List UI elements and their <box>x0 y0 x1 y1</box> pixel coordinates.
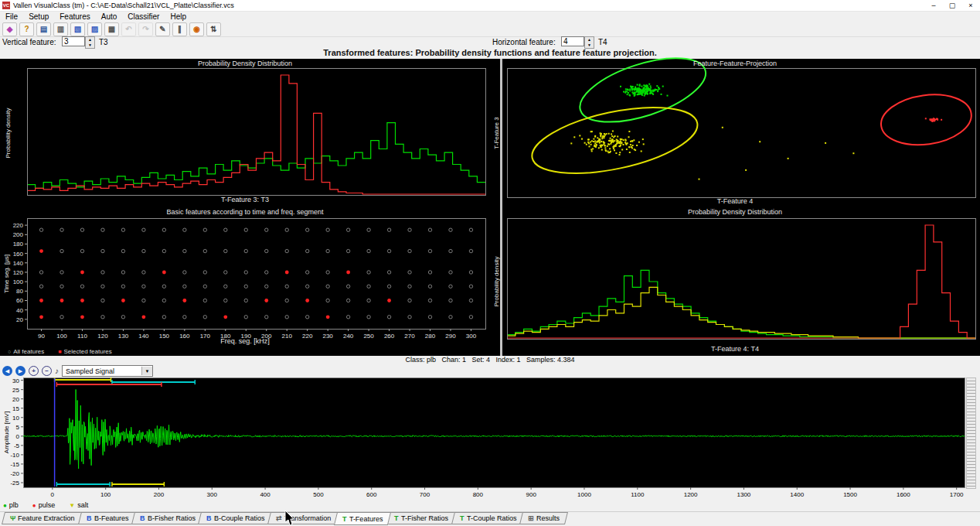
window-layout-icon[interactable]: ▦ <box>104 22 119 36</box>
window-title: Vallen VisualClass (tm) - C:\AE-Data\Sch… <box>13 2 234 9</box>
spin-up-icon[interactable]: ▲ <box>585 37 594 43</box>
print-icon[interactable]: ▥ <box>53 22 68 36</box>
svg-text:140: 140 <box>13 260 24 267</box>
ffp-xlabel: T-Feature 4 <box>490 197 980 205</box>
tab-t-features[interactable]: TT-Features <box>334 512 391 525</box>
legend-marker-icon: ▼ <box>69 502 75 509</box>
tab-results[interactable]: ⊞Results <box>519 512 568 524</box>
classifier-run-icon[interactable]: ◉ <box>189 22 204 36</box>
svg-text:200: 200 <box>154 491 165 498</box>
svg-text:10: 10 <box>12 415 19 422</box>
horizontal-feature-input[interactable] <box>561 36 584 46</box>
sample-status-line: Class: plb Chan: 1 Set: 4 Index: 1 Sampl… <box>0 356 980 365</box>
app-window: VC Vallen VisualClass (tm) - C:\AE-Data\… <box>0 0 980 526</box>
app-icon: VC <box>2 2 10 9</box>
svg-text:120: 120 <box>13 269 24 276</box>
tab-b-features[interactable]: BB-Features <box>78 512 137 524</box>
svg-text:220: 220 <box>13 222 24 229</box>
pdf-t3-plot[interactable] <box>0 59 490 207</box>
svg-text:-10: -10 <box>10 452 19 459</box>
chevron-down-icon[interactable]: ▼ <box>141 367 152 375</box>
mouse-cursor <box>284 511 295 526</box>
svg-text:1100: 1100 <box>631 491 645 498</box>
minimize-button[interactable]: – <box>924 0 943 11</box>
svg-text:80: 80 <box>16 288 23 295</box>
panel-splitter[interactable] <box>500 59 502 356</box>
svg-text:25: 25 <box>12 387 19 394</box>
tab-icon: T <box>394 514 399 522</box>
zoom-in-icon[interactable]: + <box>29 366 39 376</box>
segment-grid-plot[interactable]: 9010011012013014015016017018019020021022… <box>0 207 490 356</box>
zoom-out-icon[interactable]: − <box>42 366 52 376</box>
speaker-icon[interactable]: ♪ <box>55 367 59 375</box>
legend-item: ●pulse <box>32 501 55 509</box>
svg-text:30: 30 <box>12 377 19 384</box>
menu-item[interactable]: Help <box>165 12 192 21</box>
tab-feature-extraction[interactable]: ΨFeature Extraction <box>2 512 83 524</box>
menu-item[interactable]: Setup <box>23 12 54 21</box>
horizontal-feature-name: T4 <box>598 38 607 46</box>
close-button[interactable]: × <box>961 0 980 11</box>
ffp-plot[interactable] <box>490 59 980 207</box>
waveform-scrollbar[interactable] <box>966 377 976 489</box>
chart-preview-2-icon[interactable]: ▨ <box>87 22 102 36</box>
tab-icon: T <box>342 515 347 523</box>
svg-text:-20: -20 <box>10 470 19 477</box>
spin-down-icon[interactable]: ▼ <box>86 43 94 48</box>
svg-text:160: 160 <box>13 251 24 258</box>
waveform-ylabel: Amplitude [mV] <box>3 412 10 453</box>
tab-transformation[interactable]: ⇄Transformation <box>267 512 339 524</box>
tab-icon: B <box>87 514 92 522</box>
segment-icon[interactable]: ⇅ <box>206 22 221 36</box>
main-toolbar: ◆?▤▥▧▨▦↶↷✎∥◉⇅ <box>0 22 980 37</box>
svg-text:1700: 1700 <box>950 491 964 498</box>
nav-prev-button[interactable]: ◀ <box>2 366 12 376</box>
tab-b-couple-ratios[interactable]: BB-Couple Ratios <box>198 512 273 524</box>
segment-grid-panel: 9010011012013014015016017018019020021022… <box>0 207 490 356</box>
edit-icon[interactable]: ✎ <box>155 22 170 36</box>
svg-text:400: 400 <box>260 491 271 498</box>
spin-down-icon[interactable]: ▼ <box>585 43 594 48</box>
redo-icon[interactable]: ↷ <box>138 22 153 36</box>
menu-item[interactable]: Features <box>54 12 95 21</box>
tab-t-fisher-ratios[interactable]: TT-Fisher Ratios <box>386 512 457 524</box>
svg-text:100: 100 <box>100 491 111 498</box>
class-legend: ●plb●pulse▼salt <box>3 501 88 509</box>
save-icon[interactable]: ▤ <box>36 22 51 36</box>
svg-text:5: 5 <box>16 424 20 431</box>
nav-next-button[interactable]: ▶ <box>15 366 26 376</box>
chart-preview-1-icon[interactable]: ▧ <box>70 22 85 36</box>
ffp-ylabel: T-Feature 3 <box>493 117 500 149</box>
vertical-feature-spinner[interactable]: ▲ ▼ <box>85 36 95 49</box>
undo-icon[interactable]: ↶ <box>121 22 136 36</box>
bottom-tabs: ΨFeature ExtractionBB-FeaturesBB-Fisher … <box>0 511 980 525</box>
transformation-icon[interactable]: ∥ <box>172 22 187 36</box>
spin-up-icon[interactable]: ▲ <box>86 37 94 43</box>
legend-marker-icon: ● <box>3 502 7 509</box>
horizontal-feature-spinner[interactable]: ▲ ▼ <box>584 36 594 49</box>
segment-grid-ylabel: Time seg. [µs] <box>3 254 10 293</box>
help-icon[interactable]: ? <box>19 22 34 36</box>
tab-t-couple-ratios[interactable]: TT-Couple Ratios <box>451 512 525 524</box>
svg-text:0: 0 <box>51 491 55 498</box>
tab-icon: B <box>140 514 145 522</box>
menu-item[interactable]: File <box>0 12 23 21</box>
classify-icon[interactable]: ◆ <box>2 22 17 36</box>
pdf-t4-plot[interactable] <box>490 207 980 356</box>
svg-text:1000: 1000 <box>577 491 591 498</box>
menu-item[interactable]: Classifier <box>122 12 165 21</box>
vertical-feature-input[interactable] <box>62 36 85 46</box>
feature-control-row: Vertical feature: ▲ ▼ T3 Horizontal feat… <box>0 36 980 48</box>
page-title: Transformed features: Probability densit… <box>0 48 980 57</box>
svg-text:1400: 1400 <box>790 491 804 498</box>
waveform-plot[interactable]: 0100200300400500600700800900100011001200… <box>0 377 980 501</box>
signal-type-select[interactable]: Sampled Signal ▼ <box>62 365 153 377</box>
grid-legend: ○All features ■Selected features <box>8 348 112 355</box>
maximize-button[interactable]: ▢ <box>943 0 961 11</box>
all-features-marker-icon: ○ <box>8 349 11 354</box>
svg-text:200: 200 <box>13 231 24 238</box>
tab-b-fisher-ratios[interactable]: BB-Fisher Ratios <box>131 512 204 524</box>
svg-text:1300: 1300 <box>737 491 751 498</box>
menu-item[interactable]: Auto <box>96 12 123 21</box>
pdf-t4-panel: Probability Density Distribution T-Featu… <box>490 207 980 356</box>
